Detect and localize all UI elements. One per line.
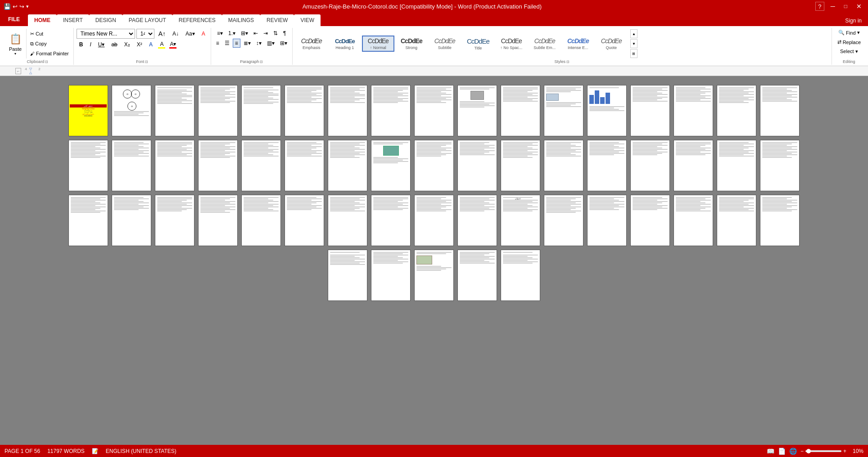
web-layout-button[interactable]: 🌐 bbox=[789, 448, 797, 455]
page-thumb-12[interactable] bbox=[544, 85, 583, 136]
tab-mailings[interactable]: MAILINGS bbox=[222, 14, 260, 26]
decrease-indent-button[interactable]: ⇤ bbox=[251, 29, 260, 38]
style-subtitle[interactable]: CcDdEe Subtitle bbox=[429, 36, 461, 51]
font-family-selector[interactable]: Times New R... bbox=[77, 29, 135, 39]
find-button[interactable]: 🔍 Find ▾ bbox=[836, 29, 862, 36]
subscript-button[interactable]: X₂ bbox=[122, 40, 133, 49]
highlight-color-button[interactable]: A bbox=[157, 40, 167, 49]
text-effects-button[interactable]: A bbox=[146, 40, 156, 49]
increase-font-size-button[interactable]: A↑ bbox=[156, 29, 168, 39]
strikethrough-button[interactable]: ab bbox=[108, 40, 120, 49]
increase-indent-button[interactable]: ⇥ bbox=[261, 29, 270, 38]
page-thumb-54[interactable] bbox=[414, 250, 454, 301]
sort-button[interactable]: ⇅ bbox=[271, 29, 280, 38]
page-thumb-14[interactable] bbox=[630, 85, 670, 136]
superscript-button[interactable]: X² bbox=[134, 40, 145, 49]
clipboard-expand-icon[interactable]: ⊡ bbox=[45, 60, 48, 64]
style-subtle-emphasis[interactable]: CcDdEe Subtle Em... bbox=[529, 36, 561, 51]
page-thumb-55[interactable] bbox=[457, 250, 497, 301]
page-thumb-11[interactable] bbox=[501, 85, 540, 136]
style-no-spacing[interactable]: CcDdEe ↑ No Spac... bbox=[495, 36, 528, 51]
font-expand-icon[interactable]: ⊡ bbox=[145, 60, 148, 64]
align-left-button[interactable]: ≡ bbox=[214, 39, 222, 48]
page-thumb-37[interactable] bbox=[155, 195, 194, 246]
page-thumb-17[interactable] bbox=[760, 85, 800, 136]
zoom-in-button[interactable]: + bbox=[843, 448, 846, 454]
document-area[interactable]: تحقیق آنلاین Tehighilghonline مرجع دانلس… bbox=[0, 76, 868, 445]
page-thumb-41[interactable] bbox=[328, 195, 367, 246]
page-thumb-40[interactable] bbox=[285, 195, 324, 246]
styles-expand-icon[interactable]: ⊡ bbox=[566, 60, 570, 64]
styles-more[interactable]: ⊞ bbox=[630, 49, 637, 58]
page-thumb-25[interactable] bbox=[371, 140, 411, 191]
restore-button[interactable]: □ bbox=[841, 3, 850, 9]
font-color-button[interactable]: A▾ bbox=[168, 40, 178, 49]
style-strong[interactable]: CcDdEe Strong bbox=[395, 36, 428, 51]
redo-icon[interactable]: ↪ bbox=[19, 3, 24, 10]
page-thumb-46[interactable] bbox=[544, 195, 583, 246]
styles-scroll-down[interactable]: ▼ bbox=[630, 39, 637, 48]
page-thumb-20[interactable] bbox=[155, 140, 194, 191]
tab-design[interactable]: DESIGN bbox=[89, 14, 122, 26]
align-right-button[interactable]: ≡ bbox=[233, 39, 240, 48]
page-thumb-43[interactable] bbox=[414, 195, 454, 246]
align-center-button[interactable]: ☰ bbox=[222, 39, 232, 48]
page-thumb-23[interactable] bbox=[285, 140, 324, 191]
tab-review[interactable]: REVIEW bbox=[260, 14, 294, 26]
tab-home[interactable]: HOME bbox=[28, 14, 57, 26]
italic-button[interactable]: I bbox=[87, 40, 94, 49]
style-emphasis[interactable]: CcDdEe Emphasis bbox=[295, 36, 328, 51]
styles-scroll-up[interactable]: ▲ bbox=[630, 29, 637, 38]
page-thumb-45[interactable]: عنوان bbox=[501, 195, 540, 246]
print-layout-button[interactable]: 📄 bbox=[778, 448, 786, 455]
page-thumb-1[interactable]: تحقیق آنلاین Tehighilghonline مرجع دانلس… bbox=[68, 85, 108, 136]
show-formatting-button[interactable]: ¶ bbox=[281, 29, 288, 38]
tab-view[interactable]: VIEW bbox=[294, 14, 321, 26]
page-thumb-51[interactable] bbox=[760, 195, 800, 246]
paste-dropdown[interactable]: ▾ bbox=[14, 52, 16, 56]
page-thumb-7[interactable] bbox=[328, 85, 367, 136]
page-thumb-53[interactable] bbox=[371, 250, 411, 301]
page-thumb-29[interactable] bbox=[544, 140, 583, 191]
page-thumb-10[interactable] bbox=[457, 85, 497, 136]
sign-in-button[interactable]: Sign in bbox=[839, 15, 868, 26]
page-thumb-3[interactable] bbox=[155, 85, 194, 136]
format-painter-button[interactable]: Format Painter bbox=[28, 50, 71, 57]
page-thumb-42[interactable] bbox=[371, 195, 411, 246]
page-thumb-49[interactable] bbox=[674, 195, 713, 246]
page-thumb-4[interactable] bbox=[198, 85, 238, 136]
page-thumb-19[interactable] bbox=[112, 140, 151, 191]
minimize-button[interactable]: ─ bbox=[828, 3, 838, 10]
page-thumb-16[interactable] bbox=[717, 85, 756, 136]
page-thumb-27[interactable] bbox=[457, 140, 497, 191]
justify-button[interactable]: ≣▾ bbox=[241, 39, 253, 48]
numbered-list-button[interactable]: 1.▾ bbox=[226, 29, 238, 38]
page-thumb-34[interactable] bbox=[760, 140, 800, 191]
bold-button[interactable]: B bbox=[77, 40, 86, 49]
replace-button[interactable]: ⇄ Replace bbox=[835, 38, 863, 46]
page-thumb-32[interactable] bbox=[674, 140, 713, 191]
page-thumb-44[interactable] bbox=[457, 195, 497, 246]
spell-check-icon[interactable]: 📝 bbox=[92, 448, 99, 454]
clear-formatting-button[interactable]: A bbox=[199, 29, 208, 38]
multilevel-list-button[interactable]: ⊞▾ bbox=[239, 29, 250, 38]
page-thumb-8[interactable] bbox=[371, 85, 411, 136]
page-thumb-13[interactable] bbox=[587, 85, 627, 136]
page-thumb-28[interactable] bbox=[501, 140, 540, 191]
shading-button[interactable]: ▥▾ bbox=[265, 39, 277, 48]
save-icon[interactable]: 💾 bbox=[4, 3, 11, 10]
paragraph-expand-icon[interactable]: ⊡ bbox=[260, 60, 263, 64]
tab-page-layout[interactable]: PAGE LAYOUT bbox=[122, 14, 172, 26]
undo-icon[interactable]: ↩ bbox=[13, 3, 18, 10]
page-thumb-33[interactable] bbox=[717, 140, 756, 191]
tab-references[interactable]: REFERENCES bbox=[172, 14, 222, 26]
zoom-track[interactable] bbox=[805, 450, 841, 452]
zoom-level[interactable]: 10% bbox=[850, 448, 863, 454]
borders-button[interactable]: ⊞▾ bbox=[278, 39, 289, 48]
font-size-selector[interactable]: 14 bbox=[136, 29, 154, 39]
page-thumb-50[interactable] bbox=[717, 195, 756, 246]
ruler-tab-selector[interactable]: ⌐ bbox=[15, 68, 21, 74]
language[interactable]: ENGLISH (UNITED STATES) bbox=[106, 448, 176, 454]
page-thumb-36[interactable] bbox=[112, 195, 151, 246]
page-thumb-5[interactable] bbox=[241, 85, 281, 136]
